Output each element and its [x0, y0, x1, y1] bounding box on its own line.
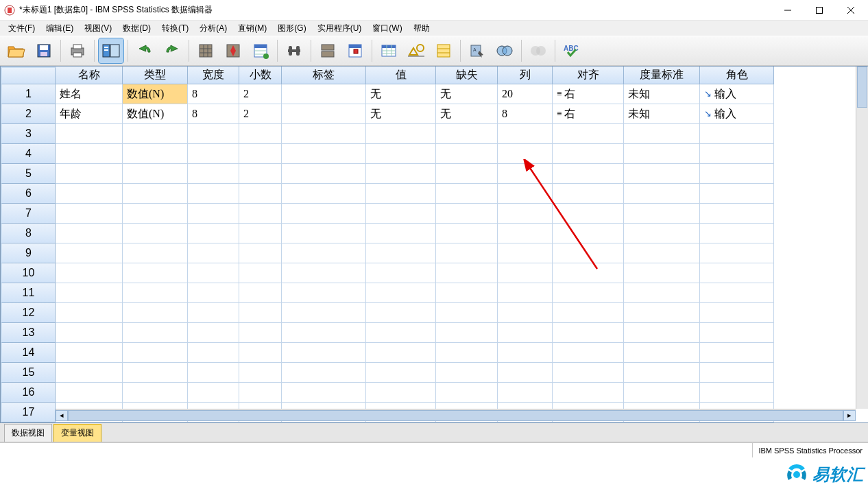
cell-empty[interactable]: [624, 283, 700, 303]
cell-empty[interactable]: [700, 363, 774, 383]
scroll-right-button[interactable]: ▸: [843, 410, 856, 421]
cell-empty[interactable]: [436, 204, 498, 224]
cell-empty[interactable]: [624, 224, 700, 243]
cell-empty[interactable]: [282, 164, 366, 184]
cell-empty[interactable]: [56, 363, 123, 383]
cell-empty[interactable]: [624, 164, 700, 184]
cell-empty[interactable]: [700, 283, 774, 303]
tab-data-view[interactable]: 数据视图: [4, 424, 52, 442]
cell-empty[interactable]: [188, 283, 239, 303]
col-header-measure[interactable]: 度量标准: [624, 67, 700, 84]
cell-empty[interactable]: [498, 263, 553, 283]
col-header-label[interactable]: 标签: [282, 67, 366, 84]
cell-name[interactable]: 年龄: [56, 104, 123, 124]
cell-empty[interactable]: [282, 363, 366, 383]
cell-empty[interactable]: [553, 204, 624, 224]
cell-empty[interactable]: [123, 323, 188, 343]
cell-empty[interactable]: [282, 243, 366, 263]
cell-empty[interactable]: [123, 144, 188, 164]
cell-empty[interactable]: [498, 383, 553, 403]
menu-transform[interactable]: 转换(T): [156, 21, 194, 36]
cell-empty[interactable]: [282, 144, 366, 164]
cell-empty[interactable]: [700, 303, 774, 323]
open-button[interactable]: [4, 38, 29, 63]
horizontal-scrollbar[interactable]: ◂ ▸: [56, 409, 856, 421]
cell-empty[interactable]: [188, 224, 239, 243]
cell-label[interactable]: [282, 84, 366, 104]
insert-cases-button[interactable]: [431, 38, 456, 63]
cell-empty[interactable]: [239, 383, 282, 403]
cell-empty[interactable]: [553, 124, 624, 144]
col-header-values[interactable]: 值: [366, 67, 436, 84]
menu-graphs[interactable]: 图形(G): [272, 21, 311, 36]
cell-empty[interactable]: [282, 124, 366, 144]
cell-empty[interactable]: [366, 164, 436, 184]
menu-edit[interactable]: 编辑(E): [40, 21, 79, 36]
cell-empty[interactable]: [436, 164, 498, 184]
cell-empty[interactable]: [366, 283, 436, 303]
scrollbar-thumb[interactable]: [857, 67, 867, 108]
customize-button[interactable]: [526, 38, 551, 63]
split-file-button[interactable]: [315, 38, 340, 63]
cell-empty[interactable]: [553, 383, 624, 403]
cell-empty[interactable]: [436, 243, 498, 263]
cell-empty[interactable]: [700, 263, 774, 283]
cell-empty[interactable]: [239, 124, 282, 144]
menu-window[interactable]: 窗口(W): [367, 21, 407, 36]
cell-empty[interactable]: [123, 224, 188, 243]
cell-empty[interactable]: [553, 363, 624, 383]
cell-empty[interactable]: [123, 383, 188, 403]
cell-empty[interactable]: [436, 383, 498, 403]
cell-empty[interactable]: [498, 303, 553, 323]
cell-empty[interactable]: [553, 323, 624, 343]
col-header-cols[interactable]: 列: [498, 67, 553, 84]
goto-case-button[interactable]: [193, 38, 218, 63]
cell-empty[interactable]: [188, 343, 239, 363]
cell-empty[interactable]: [366, 243, 436, 263]
cell-empty[interactable]: [553, 343, 624, 363]
cell-empty[interactable]: [239, 323, 282, 343]
use-sets-button[interactable]: A: [465, 38, 490, 63]
tab-variable-view[interactable]: 变量视图: [53, 424, 101, 442]
cell-empty[interactable]: [123, 204, 188, 224]
cell-empty[interactable]: [56, 224, 123, 243]
cell-empty[interactable]: [624, 144, 700, 164]
cell-measure[interactable]: 未知: [624, 84, 700, 104]
cell-cols[interactable]: 8: [498, 104, 553, 124]
col-header-type[interactable]: 类型: [123, 67, 188, 84]
cell-empty[interactable]: [366, 303, 436, 323]
scroll-left-button[interactable]: ◂: [56, 410, 68, 421]
cell-empty[interactable]: [498, 363, 553, 383]
cell-empty[interactable]: [436, 263, 498, 283]
cell-empty[interactable]: [239, 343, 282, 363]
cell-empty[interactable]: [56, 323, 123, 343]
find-button[interactable]: [282, 38, 306, 63]
cell-missing[interactable]: 无: [436, 104, 498, 124]
cell-empty[interactable]: [366, 124, 436, 144]
row-header[interactable]: 13: [1, 323, 56, 343]
goto-variable-button[interactable]: [221, 38, 245, 63]
cell-empty[interactable]: [239, 204, 282, 224]
cell-empty[interactable]: [123, 243, 188, 263]
row-header[interactable]: 10: [1, 263, 56, 283]
cell-empty[interactable]: [436, 363, 498, 383]
cell-empty[interactable]: [123, 124, 188, 144]
cell-empty[interactable]: [498, 323, 553, 343]
cell-empty[interactable]: [498, 224, 553, 243]
cell-empty[interactable]: [366, 323, 436, 343]
cell-empty[interactable]: [366, 363, 436, 383]
cell-label[interactable]: [282, 104, 366, 124]
cell-empty[interactable]: [56, 343, 123, 363]
row-header[interactable]: 11: [1, 283, 56, 303]
cell-empty[interactable]: [436, 224, 498, 243]
cell-empty[interactable]: [498, 204, 553, 224]
menu-data[interactable]: 数据(D): [117, 21, 156, 36]
save-button[interactable]: [32, 38, 56, 63]
maximize-button[interactable]: [804, 0, 835, 21]
cell-empty[interactable]: [700, 124, 774, 144]
cell-empty[interactable]: [624, 343, 700, 363]
cell-empty[interactable]: [436, 124, 498, 144]
cell-empty[interactable]: [436, 303, 498, 323]
cell-empty[interactable]: [56, 184, 123, 204]
cell-empty[interactable]: [239, 263, 282, 283]
